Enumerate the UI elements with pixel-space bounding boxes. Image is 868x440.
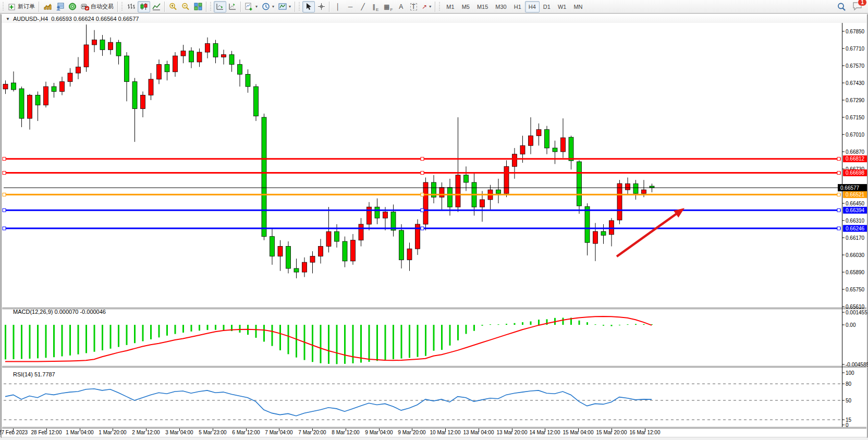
date-axis-label[interactable]: 13 Mar 20:00 <box>497 430 528 435</box>
date-axis-label[interactable]: 15 Mar 20:00 <box>596 430 627 435</box>
date-axis-label[interactable]: 1 Mar 20:00 <box>99 430 127 435</box>
templates-button[interactable]: ▾ <box>276 1 293 13</box>
candle-body[interactable] <box>561 138 566 152</box>
line-handle[interactable] <box>421 227 424 230</box>
timeframe-m30-button[interactable]: M30 <box>492 1 510 13</box>
candle-body[interactable] <box>335 231 339 241</box>
chart-shift-button[interactable] <box>226 1 239 13</box>
line-handle[interactable] <box>421 209 424 212</box>
new-order-button[interactable]: 新订单 <box>6 1 37 13</box>
candle-body[interactable] <box>310 256 315 262</box>
candle-body[interactable] <box>343 241 347 261</box>
timeframe-m1-button[interactable]: M1 <box>443 1 458 13</box>
candle-body[interactable] <box>480 200 485 207</box>
line-handle[interactable] <box>837 157 840 161</box>
candle-body[interactable] <box>165 65 169 72</box>
candle-body[interactable] <box>464 175 469 182</box>
date-axis-label[interactable]: 13 Mar 04:00 <box>463 430 494 435</box>
candle-body[interactable] <box>319 247 323 256</box>
date-axis-label[interactable]: 28 Feb 12:00 <box>31 430 62 435</box>
timeframe-mn-button[interactable]: MN <box>570 1 586 13</box>
candle-body[interactable] <box>44 87 48 105</box>
candle-body[interactable] <box>92 40 97 45</box>
chart-canvas[interactable]: 0.678500.677100.675700.674300.672900.671… <box>0 0 868 440</box>
label-tool-button[interactable]: T <box>407 1 420 13</box>
candle-body[interactable] <box>19 89 24 118</box>
timeframe-m15-button[interactable]: M15 <box>473 1 492 13</box>
timeframe-d1-button[interactable]: D1 <box>540 1 554 13</box>
periods-button[interactable]: ▾ <box>260 1 276 13</box>
candle-body[interactable] <box>35 95 40 105</box>
line-handle[interactable] <box>421 172 424 175</box>
candle-body[interactable] <box>116 42 121 56</box>
candle-body[interactable] <box>536 130 541 136</box>
candle-body[interactable] <box>205 44 210 53</box>
vertical-line-tool-button[interactable]: │ <box>332 1 344 13</box>
fibonacci-tool-button[interactable]: ▦ F <box>382 1 395 13</box>
market-watch-button[interactable] <box>41 1 54 13</box>
candle-body[interactable] <box>84 45 89 67</box>
candle-body[interactable] <box>456 175 460 207</box>
line-handle[interactable] <box>3 172 6 175</box>
horizontal-line-tool-button[interactable]: ─ <box>344 1 357 13</box>
candlestick-mode-button[interactable] <box>138 1 150 13</box>
candle-body[interactable] <box>68 73 72 82</box>
date-axis-label[interactable]: 9 Mar 20:00 <box>398 430 426 435</box>
autotrade-button[interactable]: 自动交易 <box>79 1 116 13</box>
chart-dropdown-icon[interactable]: ▼ <box>6 17 10 21</box>
candle-body[interactable] <box>383 212 388 218</box>
candle-body[interactable] <box>28 95 32 119</box>
tile-windows-button[interactable] <box>192 1 204 13</box>
date-axis-label[interactable]: 2 Mar 12:00 <box>132 430 160 435</box>
line-handle[interactable] <box>421 193 424 196</box>
candle-body[interactable] <box>278 247 283 256</box>
chart-titlebar[interactable]: ▼ AUDUSD-,H4 0.66593 0.66624 0.66564 0.6… <box>2 15 866 23</box>
timeframe-h1-button[interactable]: H1 <box>510 1 525 13</box>
zoom-in-button[interactable] <box>167 1 179 13</box>
date-axis-label[interactable]: 6 Mar 12:00 <box>232 430 260 435</box>
candle-body[interactable] <box>642 190 646 193</box>
data-window-button[interactable] <box>54 1 66 13</box>
annotation-arrow-shaft[interactable] <box>617 212 679 256</box>
date-axis-label[interactable]: 9 Mar 04:00 <box>365 430 393 435</box>
line-handle[interactable] <box>3 193 6 196</box>
candle-body[interactable] <box>246 75 250 87</box>
candle-body[interactable] <box>229 55 234 65</box>
cursor-tool-button[interactable] <box>302 1 315 13</box>
line-handle[interactable] <box>3 209 6 212</box>
line-handle[interactable] <box>837 209 840 212</box>
candle-body[interactable] <box>351 240 356 261</box>
date-axis-label[interactable]: 5 Mar 23:00 <box>199 430 227 435</box>
candle-body[interactable] <box>423 182 428 224</box>
date-axis-label[interactable]: 16 Mar 12:00 <box>630 430 661 435</box>
candle-body[interactable] <box>569 137 573 161</box>
candle-body[interactable] <box>577 162 582 206</box>
notifications-button[interactable]: 1 <box>852 2 863 11</box>
timeframe-w1-button[interactable]: W1 <box>554 1 570 13</box>
candle-body[interactable] <box>157 65 162 79</box>
candle-body[interactable] <box>189 51 194 62</box>
candle-body[interactable] <box>359 224 363 240</box>
candle-body[interactable] <box>181 51 186 56</box>
candle-body[interactable] <box>545 130 549 148</box>
candle-body[interactable] <box>593 231 598 243</box>
auto-scroll-button[interactable] <box>214 1 226 13</box>
candle-body[interactable] <box>585 206 590 242</box>
candle-body[interactable] <box>626 184 630 190</box>
candle-body[interactable] <box>633 184 638 193</box>
bar-chart-mode-button[interactable] <box>125 1 138 13</box>
zoom-out-button[interactable] <box>179 1 192 13</box>
candle-body[interactable] <box>326 231 331 246</box>
date-axis-label[interactable]: 8 Mar 12:00 <box>332 430 360 435</box>
candle-body[interactable] <box>197 52 202 62</box>
line-handle[interactable] <box>837 172 840 175</box>
candle-body[interactable] <box>496 190 501 193</box>
candle-body[interactable] <box>52 87 56 91</box>
line-handle[interactable] <box>837 227 840 230</box>
candle-body[interactable] <box>399 230 404 260</box>
date-axis-label[interactable]: 7 Mar 20:00 <box>298 430 326 435</box>
date-axis-label[interactable]: 27 Feb 2023 <box>0 430 28 435</box>
candle-body[interactable] <box>512 154 517 167</box>
line-handle[interactable] <box>3 227 6 230</box>
candle-body[interactable] <box>286 247 291 268</box>
